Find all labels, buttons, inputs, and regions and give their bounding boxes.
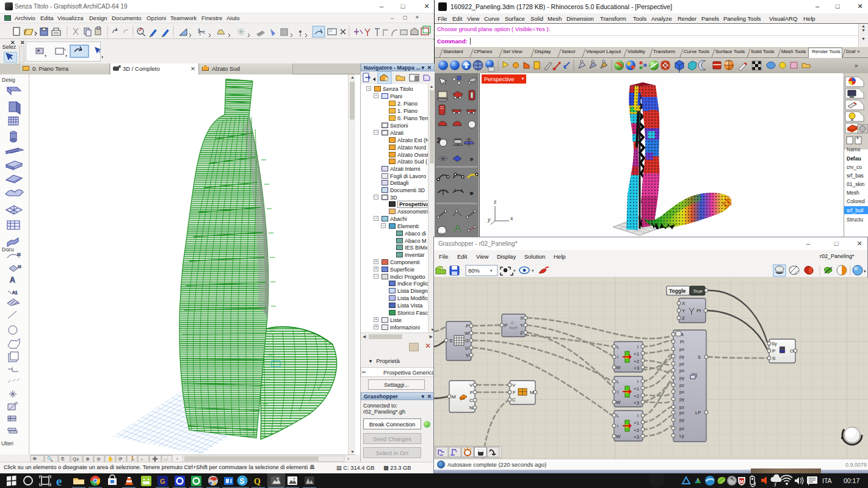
svg-text:Structu: Structu: [847, 217, 863, 223]
svg-text:z: z: [494, 199, 497, 205]
svg-text:Z: Z: [682, 315, 685, 321]
svg-text:▾: ▾: [490, 268, 493, 273]
svg-text:⤾: ⤾: [164, 456, 168, 462]
svg-text:Defau: Defau: [847, 156, 861, 162]
svg-text:S: S: [240, 477, 245, 486]
svg-text:pz: pz: [679, 426, 684, 431]
svg-text:srf_bas: srf_bas: [847, 173, 864, 179]
svg-text:True: True: [693, 289, 703, 294]
svg-text:△: △: [511, 320, 514, 324]
svg-text:➕: ➕: [152, 456, 158, 462]
svg-text:+2: +2: [634, 359, 640, 364]
svg-text:M: M: [740, 479, 744, 484]
svg-text:»: »: [470, 190, 473, 196]
svg-text:Q±: Q±: [73, 456, 79, 462]
svg-text:G: G: [465, 338, 469, 343]
svg-text:S: S: [698, 354, 701, 360]
svg-text:N: N: [469, 405, 473, 411]
svg-text:Desig: Desig: [2, 77, 15, 83]
svg-text:pz: pz: [679, 361, 684, 367]
svg-text:M: M: [530, 390, 534, 395]
svg-text:🔍: 🔍: [47, 456, 53, 462]
svg-text:Ulteri: Ulteri: [1, 440, 13, 447]
svg-text:srf_buil: srf_buil: [847, 207, 864, 214]
svg-text:🏃: 🏃: [129, 456, 136, 462]
svg-text:A1: A1: [12, 290, 18, 295]
svg-text:12: 12: [18, 265, 21, 268]
svg-text:L: L: [617, 344, 620, 350]
svg-text:▾: ▾: [532, 268, 534, 273]
svg-text:Ly: Ly: [679, 433, 684, 439]
svg-text:Q: Q: [254, 477, 261, 486]
svg-text:⌔: ⌔: [140, 456, 143, 462]
svg-text:P: P: [504, 323, 507, 328]
svg-text:Pl: Pl: [680, 339, 684, 345]
svg-text:X: X: [682, 301, 685, 306]
svg-text:i: i: [617, 354, 618, 360]
svg-text:01_skin: 01_skin: [847, 181, 865, 187]
svg-text:W: W: [465, 331, 469, 336]
svg-text:pz: pz: [679, 404, 684, 410]
svg-text:+1: +1: [634, 351, 640, 357]
svg-text:C: C: [469, 398, 473, 403]
svg-text:F: F: [513, 390, 516, 395]
svg-text:⥁: ⥁: [61, 456, 64, 462]
svg-text:P: P: [772, 348, 775, 354]
svg-text:F: F: [470, 390, 473, 395]
svg-text:x y z: x y z: [510, 326, 517, 329]
svg-text:»: »: [470, 156, 473, 162]
svg-text:px: px: [679, 346, 684, 352]
svg-text:,: ,: [45, 50, 46, 57]
svg-text:Pt: Pt: [696, 308, 701, 314]
svg-text:S: S: [772, 356, 775, 361]
svg-text:Z: Z: [520, 330, 523, 336]
svg-text:Y: Y: [520, 323, 524, 328]
svg-text:px: px: [679, 368, 684, 373]
svg-text:V: V: [469, 382, 473, 388]
svg-text:M: M: [452, 394, 456, 400]
svg-text:Toggle: Toggle: [669, 288, 685, 294]
svg-text:px: px: [679, 389, 684, 395]
svg-text:i: i: [637, 344, 638, 350]
svg-text:▾: ▾: [864, 269, 866, 273]
svg-text:crv_co: crv_co: [847, 164, 862, 170]
svg-text:00:17: 00:17: [844, 477, 859, 484]
svg-text:Docu: Docu: [2, 246, 14, 253]
svg-text:,: ,: [101, 51, 103, 59]
svg-text:ITA: ITA: [822, 477, 832, 484]
svg-text:px: px: [679, 410, 684, 415]
svg-text:py: py: [679, 375, 684, 381]
svg-text:V: V: [466, 353, 469, 358]
svg-text:›: ›: [347, 456, 349, 462]
svg-text:⟳: ⟳: [118, 456, 123, 462]
svg-text:✋: ✋: [107, 456, 114, 462]
svg-text:P: P: [466, 323, 469, 329]
svg-text:‹: ‹: [176, 456, 178, 462]
svg-text:,: ,: [65, 50, 67, 57]
svg-text:W: W: [616, 365, 621, 370]
svg-text:C: C: [512, 397, 516, 403]
svg-text:O: O: [790, 348, 794, 354]
svg-text:y: y: [487, 217, 491, 223]
svg-text:»: »: [855, 62, 858, 69]
svg-text:U: U: [465, 345, 469, 351]
svg-text:Name: Name: [847, 146, 861, 152]
svg-text:+3: +3: [634, 365, 640, 371]
svg-text:X: X: [520, 315, 524, 321]
svg-text:x: x: [510, 215, 513, 221]
svg-text:12: 12: [17, 253, 21, 256]
svg-text:Mesh: Mesh: [847, 190, 859, 196]
svg-text:80%: 80%: [468, 267, 480, 274]
svg-text:▾: ▾: [513, 268, 516, 273]
svg-text:e: e: [56, 474, 62, 488]
svg-text:👁: 👁: [32, 456, 37, 462]
svg-text:Sy: Sy: [772, 341, 777, 346]
svg-text:S: S: [449, 338, 452, 343]
svg-text:Y: Y: [682, 308, 685, 314]
svg-text:⊖: ⊖: [96, 456, 101, 462]
svg-text:V: V: [512, 382, 516, 388]
svg-text:py: py: [679, 354, 684, 359]
svg-text:pz: pz: [679, 382, 684, 388]
svg-text:G: G: [160, 478, 165, 485]
svg-text:Colored: Colored: [847, 198, 865, 204]
